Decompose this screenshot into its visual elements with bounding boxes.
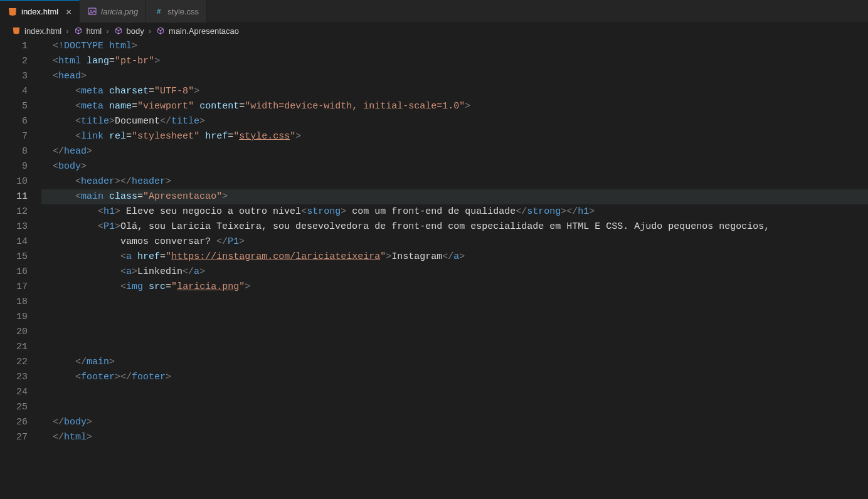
cube-icon — [73, 26, 83, 36]
code-line: <meta charset="UTF-8"> — [41, 84, 868, 99]
line-number-gutter: 1 2 3 4 5 6 7 8 9 10 11 12 13 14 15 16 1… — [0, 39, 41, 445]
breadcrumb-item[interactable]: body — [114, 26, 144, 36]
code-line: <!DOCTYPE html> — [41, 39, 868, 54]
tab-label: laricia.png — [101, 7, 138, 16]
breadcrumb-item[interactable]: html — [73, 26, 102, 36]
code-line: <h1> Eleve seu negocio a outro nivel<str… — [41, 204, 868, 219]
code-line: <head> — [41, 69, 868, 84]
code-line — [41, 325, 868, 340]
chevron-right-icon: › — [104, 26, 110, 36]
code-line: <footer></footer> — [41, 370, 868, 385]
code-line — [41, 340, 868, 355]
chevron-right-icon: › — [147, 26, 153, 36]
tab-label: style.css — [167, 7, 199, 16]
code-line: <body> — [41, 159, 868, 174]
code-line: <title>Document</title> — [41, 114, 868, 129]
tab-index-html[interactable]: index.html × — [0, 0, 80, 23]
code-line: </head> — [41, 144, 868, 159]
svg-point-1 — [90, 10, 92, 11]
code-line: </body> — [41, 415, 868, 430]
tab-label: index.html — [21, 7, 58, 16]
chevron-right-icon: › — [64, 26, 70, 36]
code-line — [41, 385, 868, 400]
cube-icon — [156, 26, 166, 36]
image-file-icon — [87, 6, 97, 16]
breadcrumb-item[interactable]: main.Apresentacao — [156, 26, 239, 36]
code-line: <main class="Apresentacao"> — [41, 189, 868, 204]
cube-icon — [114, 26, 124, 36]
code-line: <a>Linkedin</a> — [41, 265, 868, 280]
code-line: <meta name="viewport" content="width=dev… — [41, 99, 868, 114]
close-icon[interactable]: × — [66, 7, 71, 16]
code-line: <a href="https://instagram.com/lariciate… — [41, 250, 868, 265]
code-line: <img src="laricia.png"> — [41, 280, 868, 295]
tab-style-css[interactable]: # style.css — [146, 0, 207, 23]
breadcrumb: index.html › html › body › main.Apresent… — [0, 23, 868, 39]
code-line — [41, 295, 868, 310]
html-file-icon — [11, 26, 21, 36]
code-line: <header></header> — [41, 174, 868, 189]
code-line: vamos conversar? </P1> — [41, 234, 868, 250]
code-line: </main> — [41, 355, 868, 370]
code-line: <link rel="stylesheet" href="style.css"> — [41, 129, 868, 144]
code-line — [41, 400, 868, 415]
code-line: </html> — [41, 430, 868, 445]
tab-laricia-png[interactable]: laricia.png — [80, 0, 146, 23]
code-area[interactable]: <!DOCTYPE html> <html lang="pt-br"> <hea… — [41, 39, 868, 445]
code-line: <html lang="pt-br"> — [41, 54, 868, 69]
html-file-icon — [8, 7, 18, 17]
css-file-icon: # — [154, 6, 164, 16]
code-editor[interactable]: 1 2 3 4 5 6 7 8 9 10 11 12 13 14 15 16 1… — [0, 39, 868, 445]
code-line: <P1>Olá, sou Laricia Teixeira, sou desev… — [41, 219, 868, 234]
breadcrumb-item[interactable]: index.html — [11, 26, 61, 36]
code-line — [41, 310, 868, 325]
tab-bar: index.html × laricia.png # style.css — [0, 0, 868, 23]
